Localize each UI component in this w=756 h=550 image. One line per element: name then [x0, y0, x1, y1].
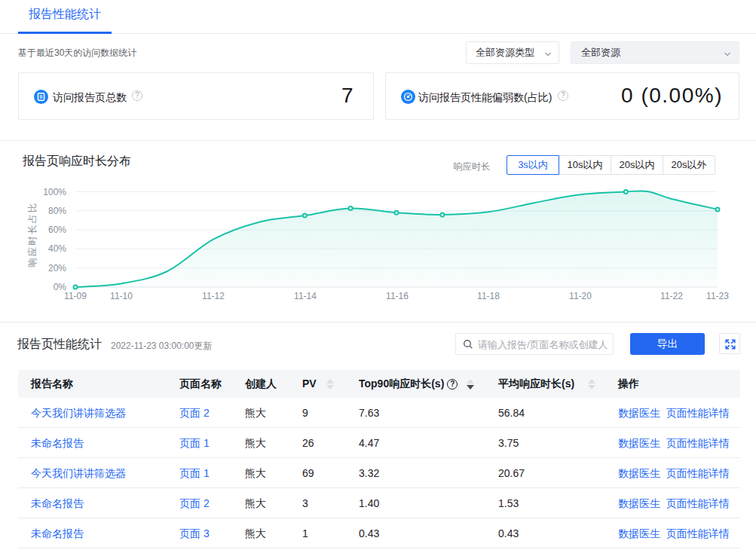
svg-text:40%: 40% [48, 243, 66, 254]
svg-text:11-20: 11-20 [569, 291, 592, 301]
svg-text:20%: 20% [48, 263, 66, 273]
svg-text:60%: 60% [48, 225, 66, 235]
svg-text:11-10: 11-10 [110, 291, 133, 301]
svg-text:11-22: 11-22 [660, 291, 683, 301]
svg-text:100%: 100% [43, 187, 66, 197]
svg-text:11-23: 11-23 [706, 291, 729, 301]
svg-text:11-16: 11-16 [386, 291, 409, 301]
svg-text:响应时长占比: 响应时长占比 [27, 202, 38, 267]
svg-text:11-09: 11-09 [64, 291, 87, 301]
svg-text:11-18: 11-18 [477, 291, 500, 301]
svg-text:11-12: 11-12 [202, 291, 225, 301]
svg-text:80%: 80% [48, 206, 66, 216]
svg-text:11-14: 11-14 [294, 291, 317, 301]
